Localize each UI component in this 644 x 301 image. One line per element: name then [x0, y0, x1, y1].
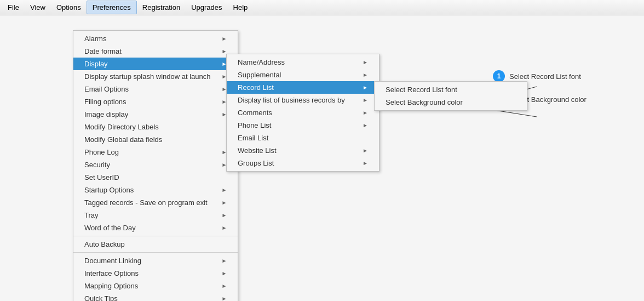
- menu-item-mapping-options[interactable]: Mapping Options ►: [73, 280, 238, 292]
- arrow-icon: ►: [363, 97, 368, 103]
- record-list-submenu: Select Record List font Select Backgroun…: [374, 81, 527, 111]
- arrow-icon: ►: [222, 36, 227, 42]
- menu-item-display-business[interactable]: Display list of business records by ►: [227, 94, 379, 106]
- arrow-icon: ►: [222, 258, 227, 264]
- menu-item-email-list[interactable]: Email List: [227, 132, 379, 144]
- menu-item-startup-options[interactable]: Startup Options ►: [73, 184, 238, 196]
- arrow-icon: ►: [222, 296, 227, 301]
- menu-item-security[interactable]: Security ►: [73, 158, 238, 171]
- menu-item-word-of-day[interactable]: Word of the Day ►: [73, 222, 238, 234]
- arrow-icon: ►: [363, 122, 368, 128]
- arrow-icon: ►: [222, 270, 227, 276]
- menubar: File View Options Preferences Registrati…: [0, 0, 644, 15]
- separator-1: [73, 236, 238, 236]
- menu-item-modify-directory[interactable]: Modify Directory Labels: [73, 121, 238, 133]
- menu-upgrades[interactable]: Upgrades: [186, 1, 227, 14]
- main-content: Alarms ► Date format ► Display ► Display…: [0, 15, 644, 301]
- menu-item-auto-backup[interactable]: Auto Backup: [73, 238, 238, 251]
- arrow-icon: ►: [222, 187, 227, 193]
- menu-item-interface-options[interactable]: Interface Options ►: [73, 267, 238, 280]
- arrow-icon: ►: [363, 84, 368, 90]
- menu-item-phone-list[interactable]: Phone List ►: [227, 119, 379, 132]
- menu-item-website-list[interactable]: Website List ►: [227, 144, 379, 157]
- menu-item-name-address[interactable]: Name/Address ►: [227, 56, 379, 69]
- menu-item-supplemental[interactable]: Supplemental ►: [227, 69, 379, 81]
- menu-item-date-format[interactable]: Date format ►: [73, 45, 238, 58]
- menu-item-phone-log[interactable]: Phone Log ►: [73, 146, 238, 158]
- menu-item-image-display[interactable]: Image display ►: [73, 108, 238, 121]
- preferences-dropdown: Alarms ► Date format ► Display ► Display…: [73, 30, 238, 301]
- arrow-icon: ►: [363, 160, 368, 166]
- arrow-icon: ►: [363, 110, 368, 116]
- menu-item-quick-tips[interactable]: Quick Tips ►: [73, 292, 238, 301]
- arrow-icon: ►: [363, 59, 368, 65]
- arrow-icon: ►: [222, 283, 227, 289]
- menu-file[interactable]: File: [2, 1, 25, 14]
- menu-item-modify-global[interactable]: Modify Global data fields: [73, 133, 238, 146]
- arrow-icon: ►: [222, 225, 227, 231]
- menu-item-record-list[interactable]: Record List ►: [227, 81, 379, 94]
- menu-item-alarms[interactable]: Alarms ►: [73, 32, 238, 45]
- menu-item-display-startup[interactable]: Display startup splash window at launch …: [73, 70, 238, 83]
- arrow-icon: ►: [363, 147, 368, 154]
- menu-item-tray[interactable]: Tray ►: [73, 209, 238, 222]
- menu-item-comments[interactable]: Comments ►: [227, 106, 379, 119]
- menu-item-set-userid[interactable]: Set UserID: [73, 171, 238, 184]
- menu-item-document-linking[interactable]: Document Linking ►: [73, 254, 238, 267]
- menu-preferences[interactable]: Preferences: [87, 1, 137, 14]
- separator-2: [73, 252, 238, 253]
- callout-badge-1: 1: [493, 70, 505, 82]
- menu-item-select-background[interactable]: Select Background color: [375, 96, 527, 109]
- callout-1: 1 Select Record List font: [493, 70, 586, 82]
- menu-item-email-options[interactable]: Email Options ►: [73, 83, 238, 95]
- menu-item-groups-list[interactable]: Groups List ►: [227, 157, 379, 169]
- menu-item-tagged-records[interactable]: Tagged records - Save on program exit ►: [73, 196, 238, 209]
- menu-item-filing-options[interactable]: Filing options ►: [73, 95, 238, 108]
- callout-label-1: Select Record List font: [509, 72, 581, 81]
- display-submenu: Name/Address ► Supplemental ► Record Lis…: [226, 54, 380, 172]
- arrow-icon: ►: [222, 200, 227, 206]
- arrow-icon: ►: [222, 212, 227, 218]
- menu-registration[interactable]: Registration: [137, 1, 186, 14]
- menu-view[interactable]: View: [25, 1, 51, 14]
- menu-item-display[interactable]: Display ►: [73, 58, 238, 70]
- menu-options[interactable]: Options: [51, 1, 87, 14]
- menu-help[interactable]: Help: [228, 1, 254, 14]
- arrow-icon: ►: [363, 72, 368, 78]
- menu-item-select-font[interactable]: Select Record List font: [375, 83, 527, 96]
